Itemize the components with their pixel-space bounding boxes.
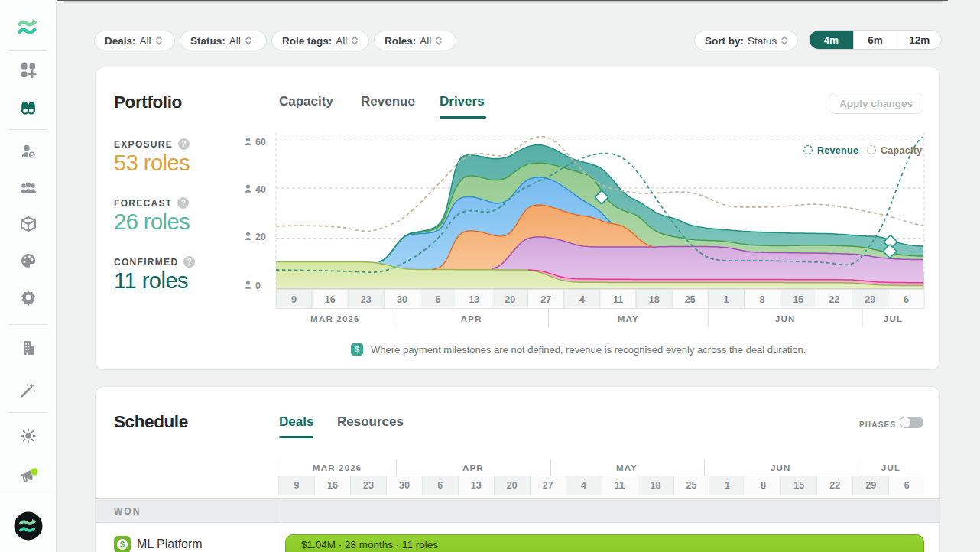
svg-text:11: 11	[613, 294, 623, 305]
svg-text:$: $	[120, 540, 125, 549]
svg-text:20: 20	[505, 294, 515, 305]
svg-text:MAR 2026: MAR 2026	[310, 314, 360, 323]
svg-text:23: 23	[361, 294, 372, 305]
svg-text:13: 13	[469, 294, 479, 305]
svg-text:4: 4	[579, 294, 585, 305]
svg-text:27: 27	[540, 294, 551, 305]
svg-text:1: 1	[723, 294, 729, 305]
svg-text:9: 9	[291, 294, 297, 305]
svg-text:60: 60	[255, 137, 266, 148]
svg-text:Capacity: Capacity	[881, 145, 923, 156]
svg-text:25: 25	[685, 294, 696, 305]
svg-text:40: 40	[255, 184, 266, 195]
svg-text:8: 8	[760, 294, 765, 305]
svg-text:6: 6	[904, 294, 909, 305]
svg-text:15: 15	[793, 294, 803, 305]
svg-text:18: 18	[649, 294, 660, 305]
svg-text:JUN: JUN	[775, 314, 796, 323]
svg-text:16: 16	[325, 294, 336, 305]
svg-text:6: 6	[436, 294, 441, 305]
svg-text:MAY: MAY	[618, 314, 639, 323]
svg-text:0: 0	[255, 281, 261, 291]
svg-text:JUL: JUL	[884, 314, 903, 323]
svg-text:APR: APR	[461, 314, 482, 323]
svg-text:Revenue: Revenue	[817, 145, 858, 156]
svg-text:22: 22	[829, 294, 839, 305]
svg-text:20: 20	[255, 232, 266, 242]
svg-text:30: 30	[397, 294, 407, 305]
svg-text:29: 29	[865, 294, 875, 305]
